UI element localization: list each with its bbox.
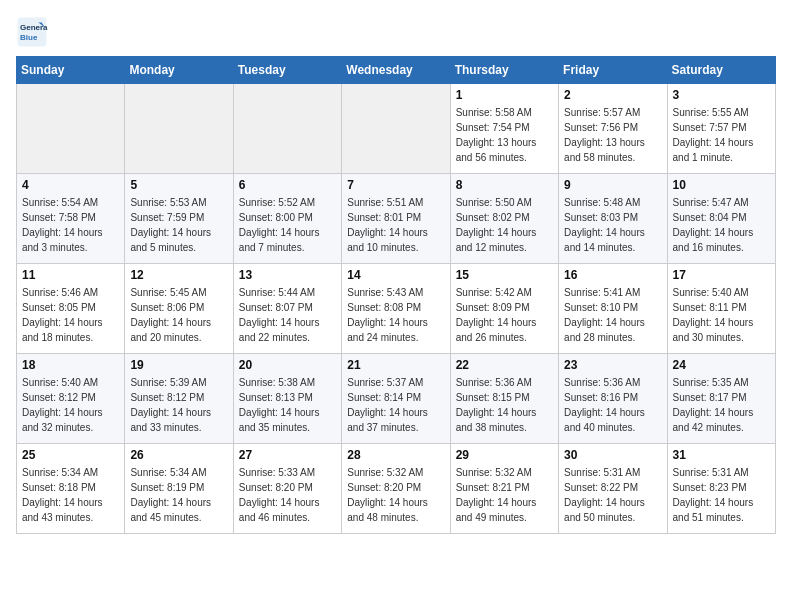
day-info: Sunrise: 5:46 AM Sunset: 8:05 PM Dayligh…: [22, 285, 119, 345]
day-info: Sunrise: 5:36 AM Sunset: 8:16 PM Dayligh…: [564, 375, 661, 435]
day-number: 6: [239, 178, 336, 192]
day-number: 14: [347, 268, 444, 282]
day-number: 24: [673, 358, 770, 372]
day-info: Sunrise: 5:40 AM Sunset: 8:11 PM Dayligh…: [673, 285, 770, 345]
calendar-cell: 19Sunrise: 5:39 AM Sunset: 8:12 PM Dayli…: [125, 354, 233, 444]
week-row-2: 11Sunrise: 5:46 AM Sunset: 8:05 PM Dayli…: [17, 264, 776, 354]
day-number: 5: [130, 178, 227, 192]
calendar-cell: 22Sunrise: 5:36 AM Sunset: 8:15 PM Dayli…: [450, 354, 558, 444]
day-info: Sunrise: 5:57 AM Sunset: 7:56 PM Dayligh…: [564, 105, 661, 165]
calendar-cell: 2Sunrise: 5:57 AM Sunset: 7:56 PM Daylig…: [559, 84, 667, 174]
day-info: Sunrise: 5:37 AM Sunset: 8:14 PM Dayligh…: [347, 375, 444, 435]
day-info: Sunrise: 5:52 AM Sunset: 8:00 PM Dayligh…: [239, 195, 336, 255]
calendar-cell: 26Sunrise: 5:34 AM Sunset: 8:19 PM Dayli…: [125, 444, 233, 534]
calendar-cell: [17, 84, 125, 174]
day-info: Sunrise: 5:50 AM Sunset: 8:02 PM Dayligh…: [456, 195, 553, 255]
day-number: 13: [239, 268, 336, 282]
calendar-cell: 4Sunrise: 5:54 AM Sunset: 7:58 PM Daylig…: [17, 174, 125, 264]
calendar-cell: 23Sunrise: 5:36 AM Sunset: 8:16 PM Dayli…: [559, 354, 667, 444]
header: General Blue: [16, 16, 776, 48]
day-info: Sunrise: 5:34 AM Sunset: 8:18 PM Dayligh…: [22, 465, 119, 525]
day-number: 22: [456, 358, 553, 372]
day-info: Sunrise: 5:41 AM Sunset: 8:10 PM Dayligh…: [564, 285, 661, 345]
day-info: Sunrise: 5:43 AM Sunset: 8:08 PM Dayligh…: [347, 285, 444, 345]
day-info: Sunrise: 5:38 AM Sunset: 8:13 PM Dayligh…: [239, 375, 336, 435]
day-info: Sunrise: 5:55 AM Sunset: 7:57 PM Dayligh…: [673, 105, 770, 165]
calendar-cell: 5Sunrise: 5:53 AM Sunset: 7:59 PM Daylig…: [125, 174, 233, 264]
day-info: Sunrise: 5:44 AM Sunset: 8:07 PM Dayligh…: [239, 285, 336, 345]
calendar-cell: [342, 84, 450, 174]
week-row-1: 4Sunrise: 5:54 AM Sunset: 7:58 PM Daylig…: [17, 174, 776, 264]
logo: General Blue: [16, 16, 52, 48]
calendar-cell: 12Sunrise: 5:45 AM Sunset: 8:06 PM Dayli…: [125, 264, 233, 354]
day-number: 8: [456, 178, 553, 192]
day-number: 15: [456, 268, 553, 282]
calendar-cell: 28Sunrise: 5:32 AM Sunset: 8:20 PM Dayli…: [342, 444, 450, 534]
day-info: Sunrise: 5:58 AM Sunset: 7:54 PM Dayligh…: [456, 105, 553, 165]
calendar-cell: 21Sunrise: 5:37 AM Sunset: 8:14 PM Dayli…: [342, 354, 450, 444]
week-row-3: 18Sunrise: 5:40 AM Sunset: 8:12 PM Dayli…: [17, 354, 776, 444]
calendar-cell: 16Sunrise: 5:41 AM Sunset: 8:10 PM Dayli…: [559, 264, 667, 354]
day-info: Sunrise: 5:51 AM Sunset: 8:01 PM Dayligh…: [347, 195, 444, 255]
day-number: 27: [239, 448, 336, 462]
col-header-thursday: Thursday: [450, 57, 558, 84]
week-row-4: 25Sunrise: 5:34 AM Sunset: 8:18 PM Dayli…: [17, 444, 776, 534]
calendar-cell: 24Sunrise: 5:35 AM Sunset: 8:17 PM Dayli…: [667, 354, 775, 444]
day-info: Sunrise: 5:34 AM Sunset: 8:19 PM Dayligh…: [130, 465, 227, 525]
calendar-cell: 10Sunrise: 5:47 AM Sunset: 8:04 PM Dayli…: [667, 174, 775, 264]
calendar-cell: 13Sunrise: 5:44 AM Sunset: 8:07 PM Dayli…: [233, 264, 341, 354]
col-header-friday: Friday: [559, 57, 667, 84]
svg-text:General: General: [20, 23, 48, 32]
col-header-monday: Monday: [125, 57, 233, 84]
day-info: Sunrise: 5:32 AM Sunset: 8:21 PM Dayligh…: [456, 465, 553, 525]
day-number: 18: [22, 358, 119, 372]
calendar-table: SundayMondayTuesdayWednesdayThursdayFrid…: [16, 56, 776, 534]
day-info: Sunrise: 5:33 AM Sunset: 8:20 PM Dayligh…: [239, 465, 336, 525]
day-number: 1: [456, 88, 553, 102]
calendar-cell: 11Sunrise: 5:46 AM Sunset: 8:05 PM Dayli…: [17, 264, 125, 354]
day-info: Sunrise: 5:31 AM Sunset: 8:23 PM Dayligh…: [673, 465, 770, 525]
calendar-cell: [233, 84, 341, 174]
day-number: 3: [673, 88, 770, 102]
day-info: Sunrise: 5:53 AM Sunset: 7:59 PM Dayligh…: [130, 195, 227, 255]
calendar-cell: 30Sunrise: 5:31 AM Sunset: 8:22 PM Dayli…: [559, 444, 667, 534]
col-header-wednesday: Wednesday: [342, 57, 450, 84]
calendar-cell: 29Sunrise: 5:32 AM Sunset: 8:21 PM Dayli…: [450, 444, 558, 534]
svg-text:Blue: Blue: [20, 33, 38, 42]
day-number: 11: [22, 268, 119, 282]
day-info: Sunrise: 5:47 AM Sunset: 8:04 PM Dayligh…: [673, 195, 770, 255]
calendar-cell: 15Sunrise: 5:42 AM Sunset: 8:09 PM Dayli…: [450, 264, 558, 354]
calendar-cell: 9Sunrise: 5:48 AM Sunset: 8:03 PM Daylig…: [559, 174, 667, 264]
day-number: 23: [564, 358, 661, 372]
day-number: 17: [673, 268, 770, 282]
day-number: 19: [130, 358, 227, 372]
col-header-tuesday: Tuesday: [233, 57, 341, 84]
day-info: Sunrise: 5:32 AM Sunset: 8:20 PM Dayligh…: [347, 465, 444, 525]
week-row-0: 1Sunrise: 5:58 AM Sunset: 7:54 PM Daylig…: [17, 84, 776, 174]
calendar-cell: [125, 84, 233, 174]
day-info: Sunrise: 5:39 AM Sunset: 8:12 PM Dayligh…: [130, 375, 227, 435]
calendar-cell: 31Sunrise: 5:31 AM Sunset: 8:23 PM Dayli…: [667, 444, 775, 534]
day-info: Sunrise: 5:45 AM Sunset: 8:06 PM Dayligh…: [130, 285, 227, 345]
day-number: 31: [673, 448, 770, 462]
calendar-cell: 8Sunrise: 5:50 AM Sunset: 8:02 PM Daylig…: [450, 174, 558, 264]
day-number: 7: [347, 178, 444, 192]
calendar-cell: 6Sunrise: 5:52 AM Sunset: 8:00 PM Daylig…: [233, 174, 341, 264]
day-number: 9: [564, 178, 661, 192]
col-header-sunday: Sunday: [17, 57, 125, 84]
day-number: 30: [564, 448, 661, 462]
calendar-cell: 18Sunrise: 5:40 AM Sunset: 8:12 PM Dayli…: [17, 354, 125, 444]
day-info: Sunrise: 5:31 AM Sunset: 8:22 PM Dayligh…: [564, 465, 661, 525]
day-number: 25: [22, 448, 119, 462]
calendar-cell: 14Sunrise: 5:43 AM Sunset: 8:08 PM Dayli…: [342, 264, 450, 354]
day-number: 20: [239, 358, 336, 372]
day-number: 16: [564, 268, 661, 282]
calendar-header: SundayMondayTuesdayWednesdayThursdayFrid…: [17, 57, 776, 84]
day-number: 2: [564, 88, 661, 102]
day-info: Sunrise: 5:40 AM Sunset: 8:12 PM Dayligh…: [22, 375, 119, 435]
day-number: 26: [130, 448, 227, 462]
calendar-cell: 25Sunrise: 5:34 AM Sunset: 8:18 PM Dayli…: [17, 444, 125, 534]
calendar-cell: 17Sunrise: 5:40 AM Sunset: 8:11 PM Dayli…: [667, 264, 775, 354]
day-number: 4: [22, 178, 119, 192]
header-row: SundayMondayTuesdayWednesdayThursdayFrid…: [17, 57, 776, 84]
